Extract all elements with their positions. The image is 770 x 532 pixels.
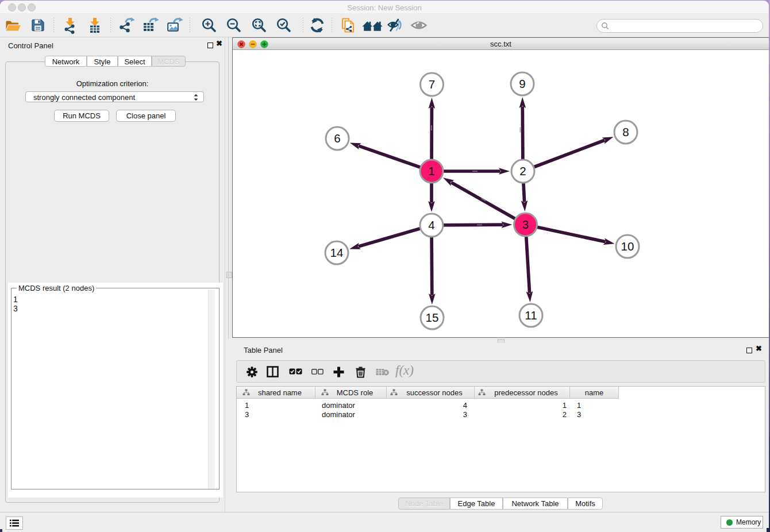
svg-text:6: 6: [334, 132, 340, 145]
svg-text:1: 1: [428, 164, 434, 178]
svg-text:7: 7: [429, 78, 435, 91]
svg-text:11: 11: [525, 309, 537, 322]
svg-text:10: 10: [621, 240, 634, 253]
svg-text:2: 2: [519, 164, 526, 178]
svg-text:9: 9: [519, 77, 525, 90]
svg-text:15: 15: [426, 311, 439, 324]
svg-text:8: 8: [622, 125, 629, 138]
svg-text:4: 4: [428, 218, 434, 232]
svg-text:14: 14: [330, 246, 344, 259]
svg-text:3: 3: [522, 218, 529, 231]
